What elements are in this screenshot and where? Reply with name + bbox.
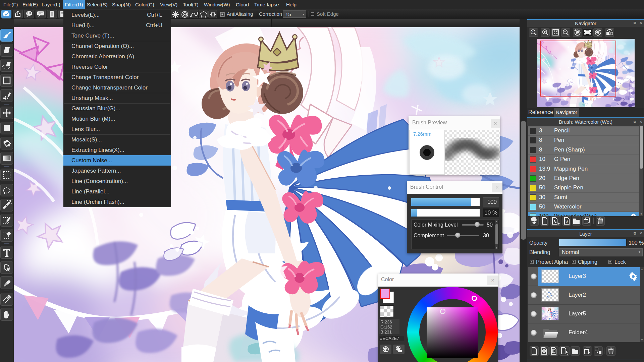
svg-text:1: 1 xyxy=(553,349,554,353)
svg-text:1: 1 xyxy=(532,30,534,34)
svg-text:8: 8 xyxy=(543,349,545,353)
svg-text:S: S xyxy=(566,219,568,223)
